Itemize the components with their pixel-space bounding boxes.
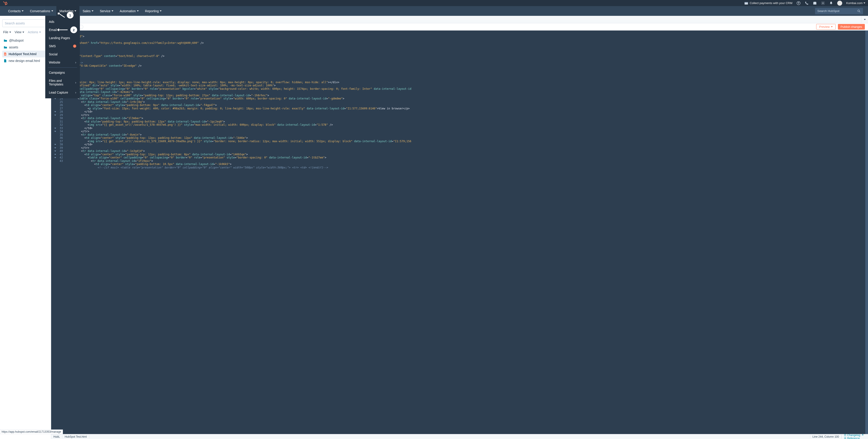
svg-line-6 <box>5 4 6 5</box>
bell-icon[interactable] <box>829 1 833 5</box>
global-search-input[interactable] <box>817 9 857 13</box>
collect-payments-link[interactable]: Collect payments with your CRM <box>744 1 793 5</box>
svg-rect-10 <box>813 2 816 4</box>
avatar[interactable] <box>837 1 842 6</box>
chevron-down-icon <box>92 10 93 11</box>
svg-point-11 <box>823 2 824 4</box>
chevron-down-icon <box>160 10 161 11</box>
mainnav-item-conversations[interactable]: Conversations <box>27 6 56 16</box>
global-search[interactable] <box>815 8 863 14</box>
wallet-icon <box>744 1 748 5</box>
marketplace-icon[interactable] <box>813 1 817 5</box>
phone-icon[interactable] <box>805 1 809 5</box>
mainnav-item-automation[interactable]: Automation <box>117 6 142 16</box>
chevron-down-icon <box>51 10 53 11</box>
mainnav-item-contacts[interactable]: Contacts <box>5 6 27 16</box>
mainnav-item-service[interactable]: Service <box>97 6 117 16</box>
mainnav: ContactsConversationsMarketingSalesServi… <box>0 6 868 16</box>
upgrade-icon[interactable] <box>797 1 801 5</box>
account-switcher[interactable]: Kombai.com <box>846 1 865 5</box>
account-label: Kombai.com <box>846 1 863 5</box>
mainnav-item-marketing[interactable]: Marketing <box>56 6 80 16</box>
svg-point-1 <box>5 2 7 4</box>
chevron-down-icon <box>137 10 139 11</box>
svg-line-13 <box>859 11 860 12</box>
svg-line-2 <box>4 2 5 3</box>
mainnav-item-reporting[interactable]: Reporting <box>142 6 165 16</box>
mainnav-item-sales[interactable]: Sales <box>80 6 97 16</box>
svg-rect-8 <box>745 2 748 3</box>
search-icon <box>857 9 861 13</box>
gear-icon[interactable] <box>821 1 825 5</box>
collect-payments-label: Collect payments with your CRM <box>750 1 793 5</box>
svg-point-12 <box>858 10 860 11</box>
topbar: Collect payments with your CRM Kombai.co… <box>0 0 868 6</box>
chevron-down-icon <box>22 10 24 11</box>
chevron-down-icon <box>74 10 76 11</box>
chevron-down-icon <box>864 2 865 4</box>
chevron-down-icon <box>112 10 113 11</box>
hubspot-logo-icon[interactable] <box>3 1 7 5</box>
